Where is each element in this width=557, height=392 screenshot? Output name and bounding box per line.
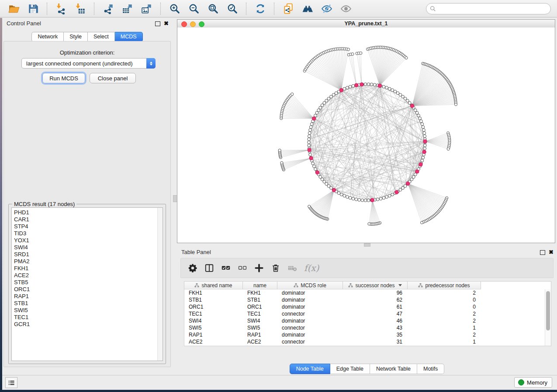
tab-mcds[interactable]: MCDS <box>115 32 143 42</box>
export-image-button[interactable] <box>139 2 154 16</box>
mcds-result-item[interactable]: STB1 <box>12 300 163 307</box>
mcds-result-item[interactable]: ORC1 <box>12 286 163 293</box>
mcds-result-item[interactable]: STB5 <box>12 279 163 286</box>
network-window-titlebar[interactable]: YPA_prune.txt_1 <box>177 20 555 28</box>
zoom-fit-button[interactable] <box>206 2 221 16</box>
table-cell: connector <box>277 310 343 317</box>
plus-icon <box>254 263 264 273</box>
desktop: Control Panel ✖ NetworkStyleSelectMCDS O… <box>0 0 557 392</box>
save-session-button[interactable] <box>26 2 41 16</box>
export-table-button[interactable] <box>120 2 135 16</box>
mcds-result-item[interactable]: GCR1 <box>12 321 163 328</box>
tab-motifs[interactable]: Motifs <box>417 364 444 374</box>
tab-network-table[interactable]: Network Table <box>370 364 417 374</box>
select-all-rows-button[interactable] <box>220 262 232 274</box>
column-header-MCDS-role[interactable]: MCDS role <box>277 282 343 289</box>
float-panel-button[interactable] <box>155 21 160 26</box>
zoom-in-button[interactable] <box>167 2 182 16</box>
mcds-list-scrollbar[interactable] <box>157 208 163 361</box>
zoom-window-traffic-light[interactable] <box>199 21 204 27</box>
float-table-panel-button[interactable] <box>540 250 545 255</box>
import-table-button[interactable] <box>73 2 88 16</box>
network-graph[interactable] <box>177 28 555 243</box>
run-mcds-button[interactable]: Run MCDS <box>42 73 85 83</box>
table-cell: ORC1 <box>184 303 243 310</box>
toolbar-separator <box>274 3 275 15</box>
mcds-result-item[interactable]: RAP1 <box>12 293 163 300</box>
mcds-result-item[interactable]: TID3 <box>12 230 163 237</box>
tab-select[interactable]: Select <box>88 32 115 42</box>
refresh-layout-button[interactable] <box>253 2 268 16</box>
optimization-criterion-value: largest connected component (undirected) <box>26 60 133 67</box>
close-panel-x-button[interactable]: ✖ <box>164 21 169 26</box>
network-canvas[interactable] <box>177 28 555 243</box>
table-cell: ACE2 <box>243 338 277 345</box>
delete-table-button[interactable] <box>287 262 298 274</box>
mcds-result-item[interactable]: PHD1 <box>12 209 163 216</box>
network-window-title: YPA_prune.txt_1 <box>177 20 555 28</box>
show-columns-button[interactable] <box>204 262 215 274</box>
tab-node-table[interactable]: Node Table <box>290 364 330 374</box>
task-history-button[interactable] <box>5 377 17 388</box>
search-box[interactable] <box>426 3 551 14</box>
memory-button[interactable]: Memory <box>514 377 552 388</box>
table-row[interactable]: SWI4SWI4dominator462 <box>184 317 551 324</box>
new-network-from-selection-button[interactable] <box>281 2 296 16</box>
close-panel-button[interactable]: Close panel <box>90 73 136 83</box>
search-input[interactable] <box>436 4 550 13</box>
function-builder-button[interactable]: f(x) <box>304 263 319 273</box>
export-network-button[interactable] <box>101 2 116 16</box>
delete-column-button[interactable] <box>270 262 281 274</box>
minimize-window-traffic-light[interactable] <box>190 21 196 27</box>
mcds-result-item[interactable]: SWI4 <box>12 244 163 251</box>
table-row[interactable]: YOX1YOX1connector291 <box>184 345 551 346</box>
mcds-result-list[interactable]: PHD1CAR1STP4TID3YOX1SWI4SRD1PMA2FKH1ACE2… <box>11 207 163 361</box>
trash-icon <box>271 263 280 273</box>
mcds-result-item[interactable]: SWI5 <box>12 307 163 314</box>
column-header-label: predecessor nodes <box>425 282 470 289</box>
mcds-result-item[interactable]: PMA2 <box>12 258 163 265</box>
optimization-criterion-select[interactable]: largest connected component (undirected) <box>21 58 156 69</box>
show-all-button[interactable] <box>339 2 353 16</box>
table-row[interactable]: FKH1FKH1dominator962 <box>184 289 551 296</box>
mcds-result-item[interactable]: SRD1 <box>12 251 163 258</box>
column-scope-icon <box>294 283 298 288</box>
table-scrollbar[interactable] <box>545 289 551 346</box>
table-row[interactable]: SWI5SWI5connector431 <box>184 324 551 331</box>
mcds-result-item[interactable]: STP4 <box>12 223 163 230</box>
first-neighbors-button[interactable] <box>300 2 315 16</box>
tab-edge-table[interactable]: Edge Table <box>330 364 370 374</box>
deselect-all-rows-button[interactable] <box>237 262 248 274</box>
table-row[interactable]: RAP1RAP1dominator352 <box>184 331 551 338</box>
table-row[interactable]: ACE2ACE2connector311 <box>184 338 551 345</box>
horizontal-splitter-handle[interactable] <box>364 243 370 247</box>
column-header-predecessor-nodes[interactable]: predecessor nodes <box>408 282 481 289</box>
close-table-panel-button[interactable]: ✖ <box>549 250 554 254</box>
table-settings-button[interactable] <box>187 262 198 274</box>
open-file-button[interactable] <box>7 2 21 16</box>
mcds-result-item[interactable]: CAR1 <box>12 216 163 223</box>
column-header-successor-nodes[interactable]: successor nodes <box>343 282 408 289</box>
column-header-shared-name[interactable]: shared name <box>184 282 243 289</box>
table-type-tabs: Node TableEdge TableNetwork TableMotifs <box>177 364 557 374</box>
mcds-result-item[interactable]: TEC1 <box>12 314 163 321</box>
hide-selected-button[interactable] <box>319 2 334 16</box>
zoom-selected-button[interactable] <box>225 2 240 16</box>
zoom-out-button[interactable] <box>187 2 201 16</box>
table-row[interactable]: ORC1ORC1dominator610 <box>184 303 551 310</box>
hide-eye-icon <box>321 3 332 14</box>
tab-style[interactable]: Style <box>64 32 88 42</box>
column-header-name[interactable]: name <box>243 282 277 289</box>
import-network-button[interactable] <box>54 2 69 16</box>
close-window-traffic-light[interactable] <box>181 21 187 27</box>
tab-network[interactable]: Network <box>31 32 64 42</box>
table-row[interactable]: TEC1TEC1connector472 <box>184 310 551 317</box>
table-cell: connector <box>277 338 343 345</box>
mcds-result-item[interactable]: YOX1 <box>12 237 163 244</box>
mcds-result-item[interactable]: FKH1 <box>12 265 163 272</box>
table-scrollbar-thumb[interactable] <box>546 291 550 330</box>
open-folder-icon <box>8 3 20 14</box>
add-column-button[interactable] <box>253 262 265 274</box>
mcds-result-item[interactable]: ACE2 <box>12 272 163 279</box>
table-row[interactable]: STB1STB1dominator620 <box>184 296 551 303</box>
